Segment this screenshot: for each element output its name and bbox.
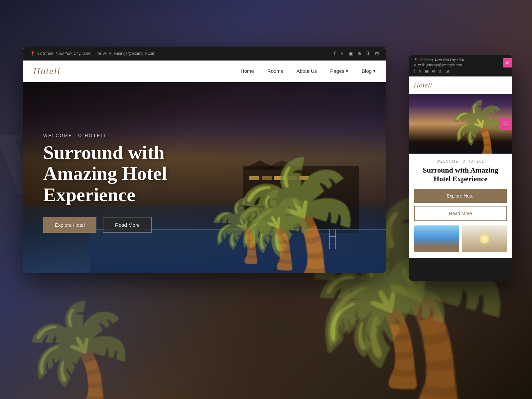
hero-section: 🌴 🌴 🌴 — [23, 82, 386, 273]
site-logo: Hotell — [33, 66, 61, 76]
mobile-location-icon: 📍 — [414, 58, 418, 62]
mobile-cart-button[interactable]: 🛒 — [500, 118, 512, 130]
read-more-button[interactable]: Read More — [103, 217, 152, 233]
nav-pages[interactable]: Pages ▾ — [330, 68, 348, 74]
mobile-email: ✉ willie.jennings@example.com — [414, 63, 507, 67]
mobile-thumb-2[interactable] — [462, 225, 507, 252]
nav-links: Home Rooms About Us Pages ▾ Blog ▾ — [241, 68, 376, 74]
nav-home[interactable]: Home — [241, 68, 254, 74]
mobile-content: WELCOME TO HOTELL Surround with Amazing … — [409, 154, 512, 258]
hotel-icon-nav[interactable]: ⊞ — [375, 51, 379, 57]
desktop-address: 📍 28 Street, New York City, USA — [30, 51, 91, 56]
mobile-close-button[interactable]: ✕ — [503, 58, 512, 67]
mobile-thumbnails — [414, 225, 507, 252]
mobile-email-icon: ✉ — [414, 63, 416, 67]
mobile-address: 📍 28 Street, New York City, USA — [414, 58, 507, 62]
desktop-social-icons: f 𝕏 ▣ ⊕ B. ⊞ — [334, 51, 379, 57]
nav-about[interactable]: About Us — [296, 68, 317, 74]
hero-content: WELCOME TO HOTELL Surround with Amazing … — [43, 133, 236, 233]
mobile-hotel-nav-icon[interactable]: ⊞ — [446, 69, 449, 74]
mobile-instagram-icon[interactable]: ▣ — [425, 69, 429, 74]
email-icon: ✉ — [97, 51, 101, 56]
hero-buttons: Explore Hotel Read More — [43, 217, 236, 233]
mobile-browser: 📍 28 Street, New York City, USA ✉ willie… — [409, 55, 512, 281]
hamburger-menu-button[interactable]: ≡ — [503, 81, 507, 89]
browser-topbar: 📍 28 Street, New York City, USA ✉ willie… — [23, 47, 386, 61]
hero-subtitle: WELCOME TO HOTELL — [43, 133, 236, 138]
mobile-facebook-icon[interactable]: f — [414, 69, 415, 74]
mobile-hero-title: Surround with Amazing Hotel Experience — [414, 166, 507, 184]
mobile-nav: Hotell ≡ — [409, 76, 512, 94]
tripadvisor-icon[interactable]: ⊕ — [357, 51, 361, 57]
mobile-logo: Hotell — [414, 81, 432, 89]
site-nav: Hotell Home Rooms About Us Pages ▾ Blog … — [23, 61, 386, 82]
mobile-read-more-button[interactable]: Read More — [414, 206, 507, 221]
mobile-hero-image: 🌴 🛒 — [409, 94, 512, 154]
mobile-explore-button[interactable]: Explore Hotel — [414, 189, 507, 203]
mobile-thumb-1[interactable] — [414, 225, 459, 252]
twitter-icon[interactable]: 𝕏 — [340, 51, 344, 57]
mobile-welcome-text: WELCOME TO HOTELL — [414, 160, 507, 163]
pages-dropdown-icon: ▾ — [346, 68, 348, 74]
desktop-browser: 📍 28 Street, New York City, USA ✉ willie… — [23, 47, 386, 273]
blog-dropdown-icon: ▾ — [373, 68, 376, 74]
mobile-booking-icon[interactable]: B. — [439, 69, 442, 74]
facebook-icon[interactable]: f — [334, 51, 335, 56]
location-icon: 📍 — [30, 51, 35, 56]
desktop-email: ✉ willie.jennings@example.com — [97, 51, 156, 56]
nav-rooms[interactable]: Rooms — [267, 68, 283, 74]
hero-title: Surround with Amazing Hotel Experience — [43, 142, 236, 205]
mobile-twitter-icon[interactable]: 𝕏 — [418, 69, 422, 74]
bg-tree-3: 🌴 — [17, 306, 141, 399]
explore-hotel-button[interactable]: Explore Hotel — [43, 217, 96, 233]
mobile-tripadvisor-icon[interactable]: ⊕ — [432, 69, 435, 74]
instagram-icon[interactable]: ▣ — [348, 51, 353, 57]
mobile-social-icons: f 𝕏 ▣ ⊕ B. ⊞ — [414, 69, 507, 74]
booking-icon[interactable]: B. — [366, 51, 370, 56]
nav-blog[interactable]: Blog ▾ — [362, 68, 376, 74]
mobile-topbar: 📍 28 Street, New York City, USA ✉ willie… — [409, 55, 512, 76]
